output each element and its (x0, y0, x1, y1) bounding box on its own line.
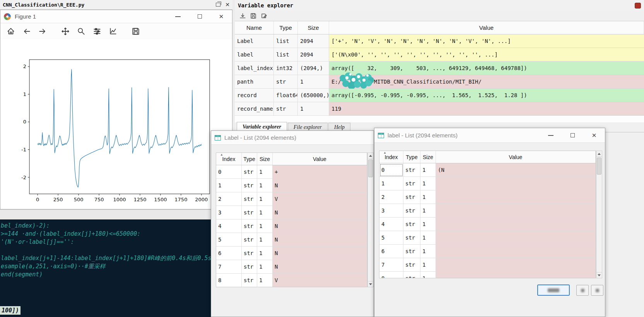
list-row[interactable]: 3str1N (216, 206, 367, 219)
list-row[interactable]: 5str1N (216, 233, 367, 247)
dialog-small-button-2[interactable] (591, 285, 603, 296)
console-pane[interactable]: bel_index)-2):>=144 ·and·(label_index[j]… (0, 219, 232, 317)
variable-row[interactable]: label_indexint32(2094,)array([ 32, 309, … (235, 62, 644, 75)
pan-icon (61, 27, 70, 36)
column-header-value[interactable]: Value (329, 21, 644, 34)
cell-value[interactable]: N (273, 206, 367, 219)
scroll-up-button[interactable] (368, 153, 373, 159)
pane-options-icon[interactable] (635, 3, 641, 9)
list-row[interactable]: 2str1V (216, 192, 367, 206)
variable-row[interactable]: Labellist2094['+', 'N', 'V', 'N', 'N', '… (235, 34, 644, 48)
save-data-as-button[interactable] (259, 11, 270, 21)
column-header-value[interactable]: Value (273, 153, 367, 165)
cell-value[interactable]: ['(N\x00', '', '', '', '', '', '', '', '… (329, 48, 644, 62)
home-button[interactable] (4, 25, 17, 38)
cell-value[interactable]: E://MITDB_CNN_Classification/MIT_BIH/ (329, 75, 644, 89)
import-data-button[interactable] (237, 11, 248, 21)
scroll-down-button[interactable] (596, 272, 602, 278)
cell-value[interactable]: + (273, 165, 367, 179)
column-header-type[interactable]: Type (242, 153, 257, 165)
cell-value[interactable] (436, 231, 596, 245)
pan-button[interactable] (59, 25, 72, 38)
list-row[interactable]: 1str1 (379, 177, 596, 190)
cell-value[interactable]: N (273, 219, 367, 233)
figure-titlebar[interactable]: Figure 1 ✕ (0, 10, 232, 23)
cell-value[interactable] (436, 204, 596, 218)
cell-value[interactable]: 119 (329, 102, 644, 116)
maximize-button[interactable] (562, 128, 583, 142)
variable-row[interactable]: panthstr1E://MITDB_CNN_Classification/MI… (235, 75, 644, 89)
maximize-button[interactable] (189, 10, 210, 23)
close-button[interactable]: ✕ (210, 10, 232, 23)
vertical-scrollbar[interactable] (596, 151, 602, 278)
cell-value[interactable]: V (273, 274, 367, 287)
customize-plot-button[interactable] (106, 25, 120, 38)
list-row[interactable]: 8str1 (379, 272, 596, 278)
subplots-config-button[interactable] (91, 25, 104, 38)
cell-value[interactable]: ['+', 'N', 'V', 'N', 'N', 'N', 'N', 'N',… (329, 34, 644, 48)
variable-explorer-toolbar (235, 11, 644, 21)
list-row[interactable]: 4str1 (379, 218, 596, 231)
list-row[interactable]: 1str1N (216, 179, 367, 192)
list-row[interactable]: 0str1(N (379, 163, 596, 177)
dialog-titlebar[interactable]: label - List (2094 elements) ✕ (374, 128, 605, 143)
cell-value[interactable]: N (273, 179, 367, 192)
minimize-button[interactable] (540, 128, 562, 142)
column-header-index[interactable]: ▲Index (216, 153, 242, 165)
column-header-type[interactable]: Type (274, 21, 298, 34)
vertical-scrollbar[interactable] (367, 153, 374, 287)
cell-value[interactable]: V (273, 192, 367, 206)
cell-value[interactable]: array([ 32, 309, 503, ..., 649129, 64946… (329, 62, 644, 75)
list-row[interactable]: 6str1N (216, 247, 367, 260)
dialog-confirm-button[interactable] (537, 284, 570, 296)
column-header-type[interactable]: Type (403, 151, 420, 163)
column-header-size[interactable]: Size (420, 151, 436, 163)
close-pane-icon[interactable]: ✕ (225, 2, 230, 7)
zoom-button[interactable] (75, 25, 88, 38)
cell: 4 (216, 219, 242, 233)
list-row[interactable]: 8str1V (216, 274, 367, 287)
cell-value[interactable] (436, 218, 596, 231)
column-header-size[interactable]: Size (257, 153, 273, 165)
column-header-index[interactable]: ▲Index (379, 151, 403, 163)
column-header-value[interactable]: Value (436, 151, 596, 163)
list-row[interactable]: 5str1 (379, 231, 596, 245)
save-data-button[interactable] (248, 11, 259, 21)
dialog-titlebar[interactable]: Label - List (2094 elements) (211, 131, 374, 145)
column-header-size[interactable]: Size (298, 21, 329, 34)
cell-value[interactable] (436, 245, 596, 258)
scroll-up-button[interactable] (596, 151, 602, 157)
minimize-button[interactable] (167, 10, 189, 23)
cell-value[interactable]: N (273, 260, 367, 274)
save-as-icon (261, 13, 267, 19)
cell-value[interactable] (436, 258, 596, 272)
variable-row[interactable]: recordfloat64(650000,)array([-0.995, -0.… (235, 89, 644, 102)
figure-canvas[interactable]: 025050075010001250150017502000-2-1012 (0, 39, 232, 209)
list-row[interactable]: 7str1N (216, 260, 367, 274)
close-button[interactable]: ✕ (583, 128, 605, 142)
cell-value[interactable] (436, 177, 596, 190)
variable-row[interactable]: record_namestr1119 (235, 102, 644, 116)
cell-value[interactable]: N (273, 233, 367, 247)
list-row[interactable]: 4str1N (216, 219, 367, 233)
undock-pane-icon[interactable] (216, 3, 220, 7)
list-row[interactable]: 2str1 (379, 190, 596, 204)
list-row[interactable]: 7str1 (379, 258, 596, 272)
list-row[interactable]: 6str1 (379, 245, 596, 258)
list-row[interactable]: 3str1 (379, 204, 596, 218)
column-header-name[interactable]: Name (235, 21, 274, 34)
cell-value[interactable] (436, 272, 596, 278)
scrollbar-thumb[interactable] (368, 159, 373, 177)
back-button[interactable] (20, 25, 33, 38)
forward-button[interactable] (36, 25, 49, 38)
cell-value[interactable]: N (273, 247, 367, 260)
variable-row[interactable]: labellist2094['(N\x00', '', '', '', '', … (235, 48, 644, 62)
scrollbar-thumb[interactable] (597, 158, 601, 175)
scroll-down-button[interactable] (368, 281, 373, 287)
cell-value[interactable]: array([-0.995, -0.995, -0.995, ..., 1.56… (329, 89, 644, 102)
save-figure-button[interactable] (129, 25, 142, 38)
cell-value[interactable] (436, 190, 596, 204)
dialog-small-button-1[interactable] (576, 285, 589, 296)
cell-value[interactable]: (N (436, 163, 596, 177)
list-row[interactable]: 0str1+ (216, 165, 367, 179)
